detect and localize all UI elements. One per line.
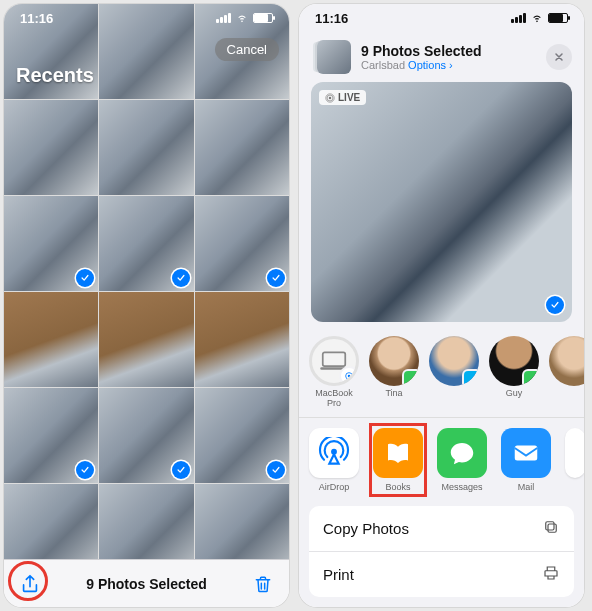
airdrop-contact[interactable]: Guy [489, 336, 539, 409]
close-button[interactable] [546, 44, 572, 70]
close-icon [553, 51, 565, 63]
airdrop-contact[interactable]: MacBook Pro [309, 336, 359, 409]
photo-thumb[interactable] [195, 292, 289, 387]
photo-thumb[interactable] [99, 100, 193, 195]
selection-check[interactable] [76, 269, 94, 287]
status-time: 11:16 [20, 11, 53, 26]
app-more[interactable] [565, 428, 584, 492]
app-label: AirDrop [319, 482, 350, 492]
photo-thumb[interactable] [195, 484, 289, 559]
options-link[interactable]: Options › [408, 59, 453, 71]
photo-thumb[interactable] [195, 196, 289, 291]
header-text: 9 Photos Selected Carlsbad Options › [361, 43, 536, 71]
photo-preview[interactable]: LIVE [311, 82, 572, 322]
status-time: 11:16 [315, 11, 348, 26]
share-apps-row: AirDrop Books Messages Mail [299, 417, 584, 506]
svg-rect-10 [546, 522, 554, 530]
selection-check[interactable] [76, 461, 94, 479]
album-title: Recents [16, 64, 94, 87]
photo-grid[interactable] [4, 4, 289, 559]
photo-thumb[interactable] [4, 100, 98, 195]
wifi-icon [530, 13, 544, 23]
share-sheet: 9 Photos Selected Carlsbad Options › LIV… [299, 4, 584, 607]
status-bar: 11:16 [4, 4, 289, 32]
selection-count: 9 Photos Selected [86, 576, 207, 592]
photo-thumb[interactable] [4, 484, 98, 559]
copy-icon [542, 518, 560, 539]
photo-thumb[interactable] [99, 196, 193, 291]
share-button[interactable] [18, 572, 42, 596]
trash-icon [253, 574, 273, 594]
header-location: Carlsbad [361, 59, 405, 71]
photo-thumb[interactable] [4, 292, 98, 387]
battery-icon [548, 13, 568, 23]
delete-button[interactable] [251, 572, 275, 596]
selection-check[interactable] [172, 269, 190, 287]
photo-thumb[interactable] [4, 388, 98, 483]
share-sheet-screen: 11:16 9 Photos Selected Carlsbad Options… [299, 4, 584, 607]
selection-check[interactable] [172, 461, 190, 479]
action-copy-photos[interactable]: Copy Photos [309, 506, 574, 552]
checkmark-icon [271, 273, 281, 283]
checkmark-icon [176, 273, 186, 283]
checkmark-icon [550, 300, 560, 310]
airdrop-contact[interactable] [429, 336, 479, 409]
airdrop-icon [309, 428, 359, 478]
app-mail[interactable]: Mail [501, 428, 551, 492]
action-print[interactable]: Print [309, 552, 574, 597]
avatar [309, 336, 359, 386]
battery-icon [253, 13, 273, 23]
airdrop-contact[interactable]: Tina [369, 336, 419, 409]
app-label: Mail [518, 482, 535, 492]
selection-check[interactable] [546, 296, 564, 314]
mail-icon [501, 428, 551, 478]
checkmark-icon [80, 273, 90, 283]
selection-check[interactable] [267, 461, 285, 479]
app-messages[interactable]: Messages [437, 428, 487, 492]
more-icon [565, 428, 584, 478]
airdrop-contact[interactable] [549, 336, 584, 409]
action-label: Copy Photos [323, 520, 409, 537]
svg-rect-9 [548, 524, 556, 532]
app-label: Messages [441, 482, 482, 492]
contact-name: Guy [506, 389, 523, 399]
photo-thumb[interactable] [99, 292, 193, 387]
status-bar: 11:16 [299, 4, 584, 32]
photo-thumb[interactable] [4, 196, 98, 291]
photos-picker-screen: 11:16 Recents Cancel 9 Photos Selected [4, 4, 289, 607]
avatar [369, 336, 419, 386]
avatar [549, 336, 584, 386]
airdrop-badge-icon [341, 368, 357, 384]
books-icon [373, 428, 423, 478]
signal-icon [511, 13, 526, 23]
header-thumbnail [317, 40, 351, 74]
svg-point-5 [348, 375, 351, 378]
messages-badge-icon [404, 371, 419, 386]
app-books[interactable]: Books [373, 428, 423, 492]
share-actions-list: Copy Photos Print [309, 506, 574, 597]
selection-check[interactable] [267, 269, 285, 287]
airdrop-contacts-row[interactable]: MacBook ProTinaGuy [299, 322, 584, 417]
contact-name: MacBook Pro [309, 389, 359, 409]
photo-thumb[interactable] [99, 484, 193, 559]
status-icons [511, 13, 568, 23]
signal-icon [216, 13, 231, 23]
photo-thumb[interactable] [195, 388, 289, 483]
svg-rect-8 [515, 445, 538, 460]
checkmark-icon [176, 465, 186, 475]
photo-thumb[interactable] [99, 388, 193, 483]
status-icons [216, 13, 273, 23]
print-icon [542, 564, 560, 585]
checkmark-icon [80, 465, 90, 475]
action-label: Print [323, 566, 354, 583]
preview-area[interactable]: LIVE [299, 82, 584, 322]
live-badge: LIVE [319, 90, 366, 105]
photo-thumb[interactable] [195, 100, 289, 195]
app-airdrop[interactable]: AirDrop [309, 428, 359, 492]
share-icon [19, 573, 41, 595]
messages-badge-icon [524, 371, 539, 386]
share-header: 9 Photos Selected Carlsbad Options › [299, 32, 584, 82]
header-title: 9 Photos Selected [361, 43, 536, 59]
avatar [489, 336, 539, 386]
cancel-button[interactable]: Cancel [215, 38, 279, 61]
